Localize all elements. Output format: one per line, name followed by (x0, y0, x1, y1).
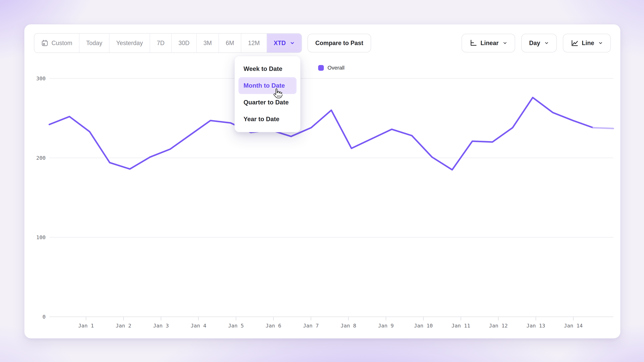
period-dropdown-menu: Week to DateMonth to DateQuarter to Date… (234, 56, 300, 132)
dropdown-item-month-to-date[interactable]: Month to Date (238, 77, 296, 94)
line-chart: 0100200300Jan 1Jan 2Jan 3Jan 4Jan 5Jan 6… (24, 24, 620, 338)
legend-label: Overall (328, 65, 344, 71)
x-tick-label: Jan 1 (78, 323, 94, 329)
y-tick-label: 200 (36, 155, 46, 161)
y-axis-labels: 0100200300 (36, 75, 46, 320)
y-tick-label: 100 (36, 234, 46, 240)
x-tick-label: Jan 4 (191, 323, 206, 329)
legend: Overall (49, 65, 613, 71)
x-axis-labels: Jan 1Jan 2Jan 3Jan 4Jan 5Jan 6Jan 7Jan 8… (78, 323, 582, 329)
x-tick-label: Jan 8 (340, 323, 356, 329)
y-tick-label: 300 (36, 75, 46, 81)
series-projection (593, 128, 613, 129)
x-tick-label: Jan 11 (452, 323, 470, 329)
x-tick-label: Jan 5 (228, 323, 244, 329)
series-line (49, 97, 593, 170)
y-tick-label: 0 (42, 314, 46, 320)
dropdown-item-year-to-date[interactable]: Year to Date (238, 111, 296, 128)
legend-swatch (318, 65, 324, 71)
x-tick-label: Jan 2 (116, 323, 131, 329)
x-tick-label: Jan 14 (564, 323, 583, 329)
dropdown-item-week-to-date[interactable]: Week to Date (238, 60, 296, 77)
chart-card: CustomTodayYesterday7D30D3M6M12MXTD Comp… (24, 24, 620, 339)
x-tick-label: Jan 6 (266, 323, 281, 329)
x-tick-label: Jan 3 (153, 323, 169, 329)
dropdown-item-quarter-to-date[interactable]: Quarter to Date (238, 94, 296, 111)
y-gridlines (49, 78, 613, 317)
x-tick-label: Jan 9 (378, 323, 394, 329)
x-axis-ticks (86, 317, 574, 321)
x-tick-label: Jan 7 (303, 323, 319, 329)
x-tick-label: Jan 12 (489, 323, 508, 329)
x-tick-label: Jan 13 (526, 323, 545, 329)
x-tick-label: Jan 10 (414, 323, 433, 329)
screen: { "toolbar": { "ranges": ["Custom", "Tod… (0, 0, 644, 362)
